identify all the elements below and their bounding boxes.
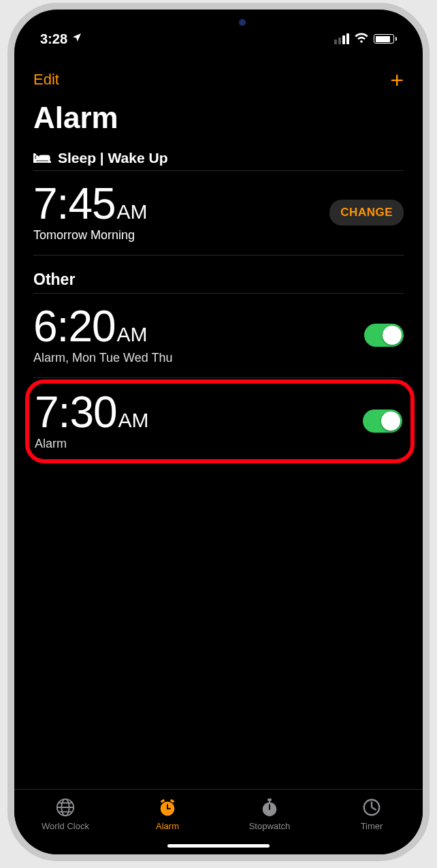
globe-icon — [54, 796, 76, 818]
power-button — [428, 200, 430, 275]
alarm-row[interactable]: 6:20AM Alarm, Mon Tue Wed Thu — [33, 294, 404, 377]
page-title: Alarm — [33, 101, 404, 135]
alarm-label: Alarm, Mon Tue Wed Thu — [33, 351, 172, 365]
tab-world-clock[interactable]: World Clock — [14, 796, 116, 831]
sleep-alarm-time: 7:45AM — [33, 182, 148, 226]
sleep-alarm-subtitle: Tomorrow Morning — [33, 228, 148, 243]
camera-dot — [239, 19, 246, 26]
tab-alarm[interactable]: Alarm — [116, 796, 218, 831]
home-indicator[interactable] — [167, 844, 270, 848]
alarm-time: 7:30AM — [35, 390, 149, 434]
wifi-icon — [354, 31, 369, 47]
sleep-alarm-text: 7:45AM Tomorrow Morning — [33, 182, 148, 243]
svg-rect-10 — [167, 808, 171, 809]
svg-rect-0 — [33, 161, 51, 162]
alarm-time-value: 7:30 — [35, 388, 117, 437]
divider — [33, 377, 404, 378]
content: Alarm Sleep | Wake Up 7:45AM Tomorrow Mo… — [14, 95, 423, 789]
alarm-clock-icon — [157, 796, 178, 818]
cellular-icon — [334, 33, 349, 44]
tab-label: Timer — [361, 821, 383, 831]
toggle-knob — [381, 412, 400, 431]
alarm-row[interactable]: 7:30AM Alarm — [35, 388, 402, 452]
alarm-time-ampm: AM — [118, 409, 149, 431]
sleep-section-header: Sleep | Wake Up — [33, 150, 404, 166]
silent-switch — [7, 139, 9, 166]
volume-up-button — [7, 187, 9, 236]
phone-frame: 3:28 Edit + Alarm — [7, 3, 430, 861]
sleep-time-ampm: AM — [117, 200, 148, 223]
alarm-time-value: 6:20 — [33, 302, 116, 351]
alarm-toggle[interactable] — [363, 409, 402, 433]
tab-timer[interactable]: Timer — [321, 796, 423, 831]
sleep-alarm-row[interactable]: 7:45AM Tomorrow Morning CHANGE — [33, 171, 404, 255]
sleep-section-label: Sleep | Wake Up — [58, 150, 167, 166]
screen: 3:28 Edit + Alarm — [14, 10, 423, 854]
svg-point-2 — [35, 155, 39, 159]
alarm-time: 6:20AM — [33, 305, 172, 348]
alarm-toggle[interactable] — [364, 324, 404, 347]
tab-label: World Clock — [42, 821, 89, 831]
alarm-text: 7:30AM Alarm — [35, 390, 149, 451]
stopwatch-icon — [259, 796, 280, 818]
alarm-time-ampm: AM — [117, 323, 148, 345]
status-time: 3:28 — [40, 31, 67, 47]
change-button[interactable]: CHANGE — [329, 200, 404, 226]
svg-rect-1 — [33, 153, 35, 163]
nav-bar: Edit + — [14, 59, 423, 95]
bed-icon — [33, 151, 51, 165]
divider — [33, 255, 404, 255]
battery-icon — [374, 34, 397, 44]
svg-rect-14 — [269, 804, 270, 809]
tab-label: Alarm — [156, 821, 179, 831]
volume-down-button — [7, 248, 9, 297]
toggle-knob — [383, 326, 402, 345]
sleep-time-value: 7:45 — [33, 179, 116, 228]
alarm-text: 6:20AM Alarm, Mon Tue Wed Thu — [33, 305, 172, 365]
other-section-label: Other — [33, 270, 404, 289]
tab-label: Stopwatch — [249, 821, 291, 831]
status-right — [334, 31, 397, 47]
status-left: 3:28 — [40, 31, 82, 47]
timer-icon — [361, 796, 383, 818]
svg-rect-13 — [269, 801, 270, 803]
location-icon — [71, 32, 82, 46]
tab-stopwatch[interactable]: Stopwatch — [218, 796, 321, 831]
add-alarm-button[interactable]: + — [390, 72, 404, 88]
edit-button[interactable]: Edit — [33, 71, 59, 89]
alarm-label: Alarm — [35, 437, 149, 451]
highlight-annotation: 7:30AM Alarm — [25, 379, 415, 463]
notch — [137, 10, 300, 35]
svg-line-17 — [372, 807, 376, 810]
